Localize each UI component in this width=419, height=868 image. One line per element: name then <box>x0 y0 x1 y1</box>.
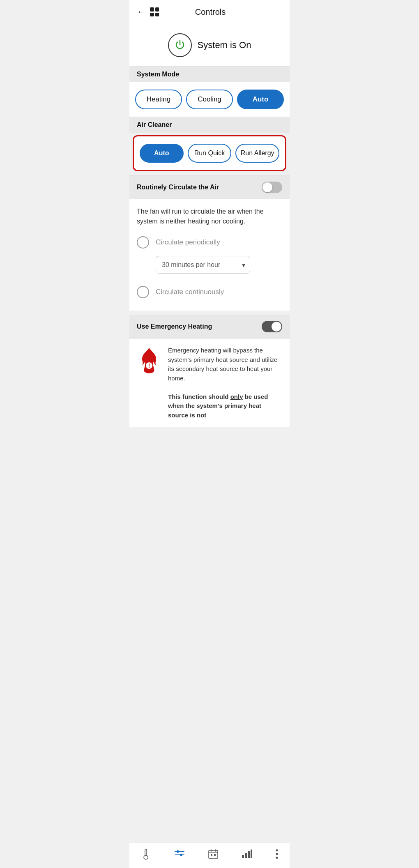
emergency-warning-text: This function should only be used when t… <box>168 393 268 419</box>
circulate-continuously-radio[interactable] <box>137 286 149 298</box>
nav-controls[interactable] <box>170 848 189 860</box>
back-button[interactable]: ← <box>137 7 146 17</box>
emergency-toggle-row: Use Emergency Heating <box>129 315 290 338</box>
top-bar: ← Controls <box>129 0 290 24</box>
ac-run-allergy-button[interactable]: Run Allergy <box>235 144 279 163</box>
controls-icon <box>174 850 185 859</box>
system-mode-buttons: Heating Cooling Auto <box>129 82 290 117</box>
power-icon <box>174 39 186 51</box>
thermometer-icon <box>141 848 151 860</box>
more-icon <box>276 849 278 859</box>
svg-rect-8 <box>209 850 218 859</box>
nav-thermometer[interactable] <box>137 847 155 861</box>
svg-rect-14 <box>242 855 244 858</box>
circulate-dropdown-wrapper: 30 minutes per hour 15 minutes per hour … <box>129 254 290 280</box>
circulate-toggle-row: Routinely Circulate the Air <box>129 176 290 199</box>
svg-point-7 <box>180 854 182 856</box>
emergency-description: Emergency heating will bypass the system… <box>168 346 282 420</box>
schedule-icon <box>208 849 219 859</box>
nav-energy[interactable] <box>237 847 256 861</box>
bottom-nav <box>129 842 290 868</box>
air-cleaner-section: Air Cleaner Auto Run Quick Run Allergy <box>129 117 290 176</box>
system-mode-header: System Mode <box>129 67 290 82</box>
svg-rect-16 <box>248 851 250 858</box>
power-button[interactable] <box>168 33 192 57</box>
circulate-dropdown-outer: 30 minutes per hour 15 minutes per hour … <box>156 256 250 274</box>
heating-button[interactable]: Heating <box>135 90 182 109</box>
emergency-toggle[interactable] <box>262 321 282 332</box>
emergency-heating-section: Use Emergency Heating ! Emergency heatin… <box>129 315 290 427</box>
svg-rect-13 <box>214 854 216 856</box>
system-status-text: System is On <box>198 40 251 51</box>
svg-point-20 <box>276 857 278 859</box>
air-cleaner-buttons: Auto Run Quick Run Allergy <box>133 135 286 171</box>
grid-icon[interactable] <box>150 7 159 16</box>
page-title: Controls <box>159 7 262 17</box>
emergency-content: ! Emergency heating will bypass the syst… <box>129 338 290 427</box>
circulate-continuously-label: Circulate continuously <box>156 288 224 296</box>
cooling-button[interactable]: Cooling <box>186 90 233 109</box>
svg-point-5 <box>177 850 179 853</box>
svg-rect-2 <box>145 849 147 856</box>
circulate-dropdown[interactable]: 30 minutes per hour 15 minutes per hour … <box>156 256 250 274</box>
svg-text:!: ! <box>148 362 150 369</box>
circulate-toggle[interactable] <box>262 182 282 193</box>
nav-more[interactable] <box>272 847 282 861</box>
circulate-periodically-radio[interactable] <box>137 236 149 249</box>
svg-rect-15 <box>245 853 247 858</box>
top-bar-left: ← <box>137 7 159 17</box>
energy-icon <box>242 849 252 859</box>
ac-run-quick-button[interactable]: Run Quick <box>188 144 232 163</box>
circulate-continuously-option[interactable]: Circulate continuously <box>129 280 290 304</box>
nav-schedule[interactable] <box>204 847 223 861</box>
circulate-periodically-option[interactable]: Circulate periodically <box>129 230 290 254</box>
svg-rect-17 <box>251 850 252 858</box>
system-status: System is On <box>129 24 290 67</box>
fire-warning-icon: ! <box>137 346 161 378</box>
svg-point-18 <box>276 850 278 852</box>
auto-button[interactable]: Auto <box>237 90 284 109</box>
circulate-periodically-label: Circulate periodically <box>156 238 220 246</box>
svg-point-19 <box>276 853 278 855</box>
air-cleaner-header: Air Cleaner <box>129 117 290 133</box>
emergency-desc-text: Emergency heating will bypass the system… <box>168 347 277 382</box>
ac-auto-button[interactable]: Auto <box>140 144 184 163</box>
circulate-description: The fan will run to circulate the air wh… <box>129 199 290 230</box>
svg-rect-12 <box>211 854 212 856</box>
emergency-label: Use Emergency Heating <box>137 323 212 330</box>
circulate-label: Routinely Circulate the Air <box>137 184 219 191</box>
